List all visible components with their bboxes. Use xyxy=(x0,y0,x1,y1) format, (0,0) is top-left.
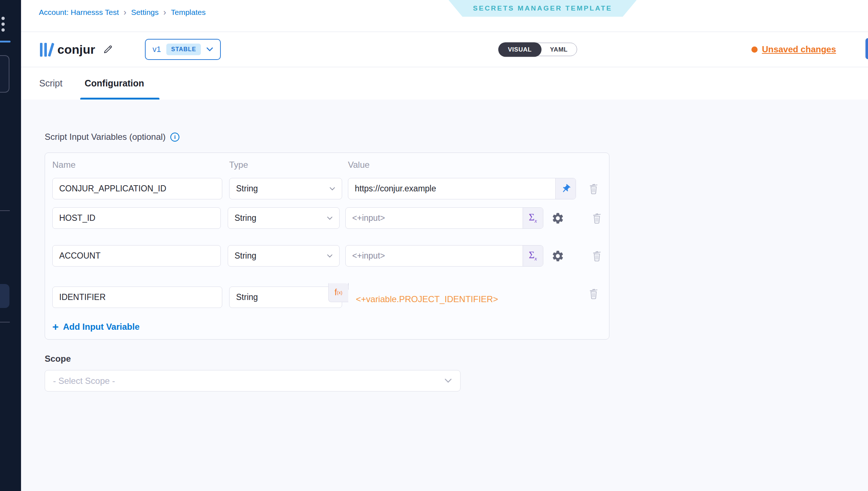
tab-configuration[interactable]: Configuration xyxy=(85,67,144,100)
offscreen-save-button[interactable] xyxy=(865,38,868,59)
scope-label: Scope xyxy=(45,354,868,364)
section-title: Script Input Variables (optional) xyxy=(45,132,166,142)
variable-type-select[interactable]: String xyxy=(229,178,342,199)
pin-icon[interactable] xyxy=(555,178,576,199)
table-header-row: Name Type Value xyxy=(52,159,602,170)
template-logo-icon xyxy=(40,42,51,57)
plus-icon: + xyxy=(52,322,59,332)
unsaved-dot-icon xyxy=(751,46,758,53)
sidebar-divider xyxy=(0,210,10,211)
variable-value-field: Σx xyxy=(345,245,543,267)
chevron-down-icon xyxy=(206,47,213,52)
variable-value-expression-field[interactable]: <+variable.PROJECT_IDENTIFIER> f(x) xyxy=(348,283,349,290)
edit-pencil-icon[interactable] xyxy=(102,44,113,55)
chevron-down-icon xyxy=(327,216,333,220)
column-header-type: Type xyxy=(229,159,342,170)
sidebar-nav-card[interactable] xyxy=(0,55,9,93)
breadcrumb: Account: Harnesss Test › Settings › Temp… xyxy=(39,8,206,17)
template-type-label: SECRETS MANAGER TEMPLATE xyxy=(473,4,612,12)
variable-value-input[interactable] xyxy=(346,246,523,266)
chevron-down-icon xyxy=(329,187,335,191)
version-label: v1 xyxy=(153,45,161,54)
trash-icon[interactable] xyxy=(589,288,599,300)
tab-bar: Script Configuration xyxy=(21,67,868,100)
configuration-panel: Script Input Variables (optional) i Name… xyxy=(21,100,868,491)
version-selector[interactable]: v1 STABLE xyxy=(145,39,221,60)
runtime-input-icon[interactable]: Σx xyxy=(523,246,543,266)
variable-value-field xyxy=(348,178,576,199)
trash-icon[interactable] xyxy=(592,250,602,262)
page-title: conjur xyxy=(57,42,95,57)
variable-name-input[interactable] xyxy=(52,287,222,308)
breadcrumb-account[interactable]: Account: Harnesss Test xyxy=(39,8,119,17)
unsaved-label: Unsaved changes xyxy=(762,44,836,54)
runtime-input-icon[interactable]: Σx xyxy=(523,208,543,228)
variable-type-select[interactable]: String xyxy=(228,207,340,229)
variable-type-select[interactable]: String xyxy=(228,245,340,267)
app-sidebar xyxy=(0,0,21,491)
variable-name-input[interactable] xyxy=(52,245,221,267)
scope-select[interactable]: - Select Scope - xyxy=(45,370,461,391)
gear-icon[interactable] xyxy=(551,212,564,225)
template-header: conjur v1 STABLE VISUAL YAML Unsaved cha… xyxy=(21,32,868,67)
variable-value-input[interactable] xyxy=(346,208,523,228)
table-row: String <+variable.PROJECT_IDENTIFIER> f(… xyxy=(52,283,602,308)
breadcrumb-row: Account: Harnesss Test › Settings › Temp… xyxy=(21,0,868,32)
expression-value: <+variable.PROJECT_IDENTIFIER> xyxy=(356,294,498,304)
variables-table: Name Type Value String xyxy=(45,153,609,340)
toggle-visual[interactable]: VISUAL xyxy=(498,42,542,57)
table-row: String Σx xyxy=(52,207,602,229)
gear-icon[interactable] xyxy=(551,249,564,263)
scope-placeholder: - Select Scope - xyxy=(53,376,115,386)
chevron-down-icon xyxy=(327,254,333,258)
chevron-right-icon: › xyxy=(123,9,126,16)
fx-expression-icon[interactable]: f(x) xyxy=(328,283,348,302)
variable-value-input[interactable] xyxy=(348,178,555,199)
sidebar-active-indicator xyxy=(0,41,11,42)
visual-yaml-toggle: VISUAL YAML xyxy=(498,43,577,56)
trash-icon[interactable] xyxy=(589,183,599,195)
chevron-down-icon xyxy=(444,378,452,383)
table-row: String Σx xyxy=(52,245,602,267)
variable-name-input[interactable] xyxy=(52,178,222,199)
sidebar-active-item[interactable] xyxy=(0,284,9,308)
add-input-variable-button[interactable]: + Add Input Variable xyxy=(52,322,602,332)
unsaved-changes-link[interactable]: Unsaved changes xyxy=(751,44,836,54)
breadcrumb-settings[interactable]: Settings xyxy=(131,8,159,17)
trash-icon[interactable] xyxy=(592,212,602,224)
column-header-name: Name xyxy=(52,159,222,170)
chevron-right-icon: › xyxy=(163,9,166,16)
info-icon[interactable]: i xyxy=(170,133,179,142)
variable-type-select[interactable]: String xyxy=(229,287,342,308)
main-area: Account: Harnesss Test › Settings › Temp… xyxy=(21,0,868,491)
variable-value-field: Σx xyxy=(345,207,543,229)
tab-script[interactable]: Script xyxy=(39,67,62,100)
stable-badge: STABLE xyxy=(166,44,201,55)
variable-name-input[interactable] xyxy=(52,207,221,229)
kebab-menu-icon[interactable] xyxy=(1,17,5,32)
table-row: String xyxy=(52,178,602,199)
template-type-ribbon: SECRETS MANAGER TEMPLATE xyxy=(449,0,637,17)
toggle-yaml[interactable]: YAML xyxy=(541,43,577,56)
column-header-value: Value xyxy=(348,159,576,170)
breadcrumb-templates[interactable]: Templates xyxy=(171,8,206,17)
sidebar-divider xyxy=(0,322,10,322)
